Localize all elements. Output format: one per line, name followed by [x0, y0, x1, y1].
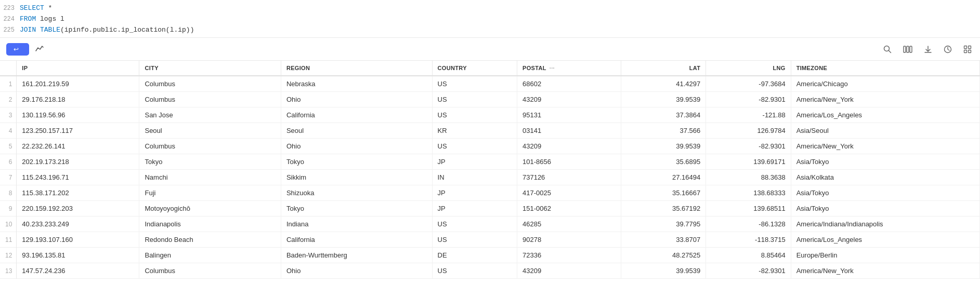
table-row: 10 40.233.233.249 Indianapolis Indiana U… [0, 216, 980, 232]
search-button[interactable] [881, 43, 894, 56]
chart-button[interactable] [31, 42, 50, 56]
line-number: 223 [0, 4, 20, 13]
cell-lat: 33.8707 [621, 232, 705, 248]
col-header-postal[interactable]: POSTAL··· [517, 61, 621, 76]
cell-lng: 8.85464 [706, 248, 791, 263]
svg-rect-11 [969, 50, 971, 52]
cell-postal: 151-0062 [517, 201, 621, 216]
cell-country: US [432, 92, 517, 107]
cell-postal: 43209 [517, 263, 621, 279]
chart-line-icon [35, 45, 44, 53]
cell-lng: -82.9301 [706, 263, 791, 279]
cell-postal: 737126 [517, 170, 621, 185]
code-line-1: 223 SELECT * [0, 3, 980, 14]
cell-country: US [432, 216, 517, 232]
cell-region: Tokyo [281, 201, 432, 216]
row-number: 11 [0, 232, 17, 248]
row-number: 10 [0, 216, 17, 232]
code-line-2: 224 FROM logs l [0, 14, 980, 25]
table-row: 4 123.250.157.117 Seoul Seoul KR 03141 3… [0, 123, 980, 139]
cell-lng: -97.3684 [706, 76, 791, 92]
cell-lat: 35.6895 [621, 154, 705, 170]
cell-lng: -118.3715 [706, 232, 791, 248]
columns-icon [903, 45, 912, 53]
table-row: 6 202.19.173.218 Tokyo Tokyo JP 101-8656… [0, 154, 980, 170]
cell-lat: 37.566 [621, 123, 705, 139]
row-number: 3 [0, 107, 17, 123]
cell-timezone: Asia/Kolkata [791, 170, 979, 185]
cell-timezone: Asia/Tokyo [791, 201, 979, 216]
col-header-lat[interactable]: LAT [621, 61, 705, 76]
row-number: 12 [0, 248, 17, 263]
col-header-region[interactable]: REGION [281, 61, 432, 76]
toolbar-right [881, 43, 974, 56]
cell-lat: 48.27525 [621, 248, 705, 263]
col-header-timezone[interactable]: TIMEZONE [791, 61, 979, 76]
cell-postal: 03141 [517, 123, 621, 139]
cell-ip: 40.233.233.249 [17, 216, 139, 232]
cell-region: Nebraska [281, 76, 432, 92]
table-row: 5 22.232.26.141 Columbus Ohio US 43209 3… [0, 139, 980, 154]
cell-lng: 126.9784 [706, 123, 791, 139]
cell-postal: 417-0025 [517, 185, 621, 201]
code-text: SELECT * [20, 3, 52, 14]
cell-lng: 139.68511 [706, 201, 791, 216]
expand-icon [963, 45, 972, 53]
table-row: 7 115.243.196.71 Namchi Sikkim IN 737126… [0, 170, 980, 185]
cell-region: Baden-Wurttemberg [281, 248, 432, 263]
results-table-wrapper: IP CITY REGION COUNTRY POSTAL··· LAT [0, 61, 980, 286]
cell-ip: 130.119.56.96 [17, 107, 139, 123]
cell-lat: 37.3864 [621, 107, 705, 123]
col-header-city[interactable]: CITY [139, 61, 281, 76]
cell-region: Indiana [281, 216, 432, 232]
code-line-3: 225 JOIN TABLE(ipinfo.public.ip_location… [0, 25, 980, 36]
cell-country: KR [432, 123, 517, 139]
svg-rect-3 [907, 46, 909, 52]
download-button[interactable] [922, 43, 934, 56]
cell-city: Tokyo [139, 154, 281, 170]
row-num-header [0, 61, 17, 76]
col-header-ip[interactable]: IP [17, 61, 139, 76]
svg-rect-4 [910, 46, 912, 52]
cell-country: US [432, 107, 517, 123]
cell-ip: 115.38.171.202 [17, 185, 139, 201]
cell-timezone: America/New_York [791, 139, 979, 154]
cell-ip: 220.159.192.203 [17, 201, 139, 216]
cell-country: IN [432, 170, 517, 185]
cell-city: Redondo Beach [139, 232, 281, 248]
cell-postal: 46285 [517, 216, 621, 232]
cell-lat: 35.16667 [621, 185, 705, 201]
cell-lat: 39.9539 [621, 139, 705, 154]
cell-country: US [432, 76, 517, 92]
code-editor: 223 SELECT * 224 FROM logs l 225 JOIN TA… [0, 0, 980, 38]
cell-ip: 129.193.107.160 [17, 232, 139, 248]
toolbar: ↩ [0, 38, 980, 61]
row-number: 13 [0, 263, 17, 279]
row-number: 1 [0, 76, 17, 92]
cell-ip: 123.250.157.117 [17, 123, 139, 139]
history-button[interactable] [942, 43, 954, 56]
results-table: IP CITY REGION COUNTRY POSTAL··· LAT [0, 61, 980, 279]
cell-country: JP [432, 154, 517, 170]
cell-city: Columbus [139, 76, 281, 92]
table-row: 8 115.38.171.202 Fuji Shizuoka JP 417-00… [0, 185, 980, 201]
cell-lng: -82.9301 [706, 139, 791, 154]
cell-city: Motoyoyogichō [139, 201, 281, 216]
columns-button[interactable] [901, 43, 914, 56]
row-number: 5 [0, 139, 17, 154]
expand-button[interactable] [961, 43, 974, 56]
clock-icon [944, 45, 952, 53]
col-header-country[interactable]: COUNTRY [432, 61, 517, 76]
postal-menu-icon[interactable]: ··· [550, 65, 555, 71]
svg-rect-10 [964, 50, 967, 52]
line-number: 225 [0, 25, 20, 35]
col-header-lng[interactable]: LNG [706, 61, 791, 76]
cell-postal: 95131 [517, 107, 621, 123]
results-button[interactable]: ↩ [6, 43, 29, 56]
row-number: 7 [0, 170, 17, 185]
cell-lat: 35.67192 [621, 201, 705, 216]
cell-country: JP [432, 185, 517, 201]
cell-city: Columbus [139, 92, 281, 107]
cell-region: Seoul [281, 123, 432, 139]
download-icon [924, 45, 932, 53]
